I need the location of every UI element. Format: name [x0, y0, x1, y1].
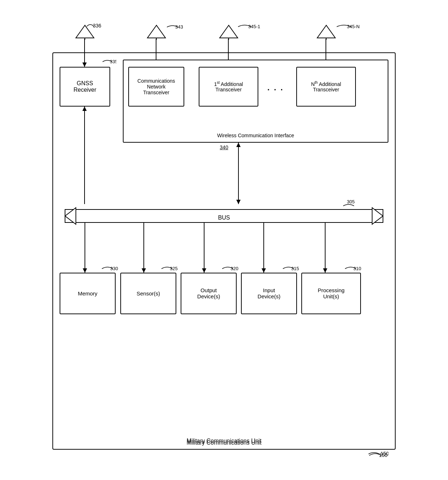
at1-label: 1st AdditionalTransceiver	[214, 81, 243, 93]
gnss-label: GNSSReceiver	[73, 80, 96, 93]
wci-number: 340	[220, 144, 228, 150]
cnt-box: CommunicationsNetworkTransceiver	[128, 67, 184, 107]
processing-unit-number: 310	[344, 264, 362, 272]
memory-number: 330	[101, 264, 119, 272]
gnss-antenna-number: 336	[93, 23, 101, 29]
at1-antenna	[218, 23, 240, 41]
processing-unit-label: ProcessingUnit(s)	[318, 287, 344, 299]
full-diagram: Military Communications Unit 150	[47, 20, 401, 460]
output-device-box: OutputDevice(s)	[181, 273, 237, 314]
dots-separator: . . .	[267, 83, 284, 92]
memory-box: Memory	[60, 273, 116, 314]
svg-marker-32	[220, 25, 238, 38]
svg-text:310: 310	[353, 266, 361, 271]
svg-text:345-1: 345-1	[248, 24, 260, 29]
svg-text:320: 320	[231, 266, 238, 271]
cnt-antenna-number: 343	[166, 23, 184, 30]
at1-box: 1st AdditionalTransceiver	[199, 67, 258, 107]
memory-label: Memory	[78, 290, 97, 297]
output-device-label: OutputDevice(s)	[197, 287, 220, 299]
sensor-label: Sensor(s)	[137, 290, 160, 297]
gnss-antenna	[74, 23, 96, 41]
svg-text:335: 335	[110, 59, 116, 64]
military-comms-label: Military Communications Unit	[186, 440, 261, 446]
diagram-number: 150	[367, 450, 391, 459]
svg-text:345-N: 345-N	[347, 24, 359, 29]
input-device-label: InputDevice(s)	[258, 287, 280, 299]
svg-text:150: 150	[379, 452, 388, 458]
diagram-wrapper: Military Communications Unit 150	[47, 20, 401, 460]
processing-unit-box: ProcessingUnit(s)	[301, 273, 361, 314]
atn-label: Nth AdditionalTransceiver	[311, 81, 341, 93]
svg-text:325: 325	[170, 266, 178, 271]
svg-marker-26	[76, 25, 94, 38]
atn-box: Nth AdditionalTransceiver	[296, 67, 356, 107]
sensor-box: Sensor(s)	[120, 273, 176, 314]
cnt-label: CommunicationsNetworkTransceiver	[137, 78, 175, 95]
output-device-number: 320	[221, 264, 240, 272]
svg-text:330: 330	[110, 266, 118, 271]
sensor-number: 325	[161, 264, 179, 272]
input-device-number: 315	[282, 264, 300, 272]
wci-label: Wireless Communication Interface	[217, 133, 294, 138]
svg-marker-35	[317, 25, 335, 38]
input-device-box: InputDevice(s)	[241, 273, 297, 314]
atn-antenna	[315, 23, 337, 41]
gnss-box-number: 335	[102, 57, 116, 65]
svg-text:315: 315	[291, 266, 299, 271]
atn-antenna-number: 345-N	[336, 22, 361, 30]
cnt-antenna	[146, 23, 167, 41]
svg-text:343: 343	[175, 24, 183, 29]
gnss-box: GNSSReceiver	[60, 67, 110, 107]
svg-marker-29	[147, 25, 165, 38]
at1-antenna-number: 345-1	[237, 22, 261, 30]
